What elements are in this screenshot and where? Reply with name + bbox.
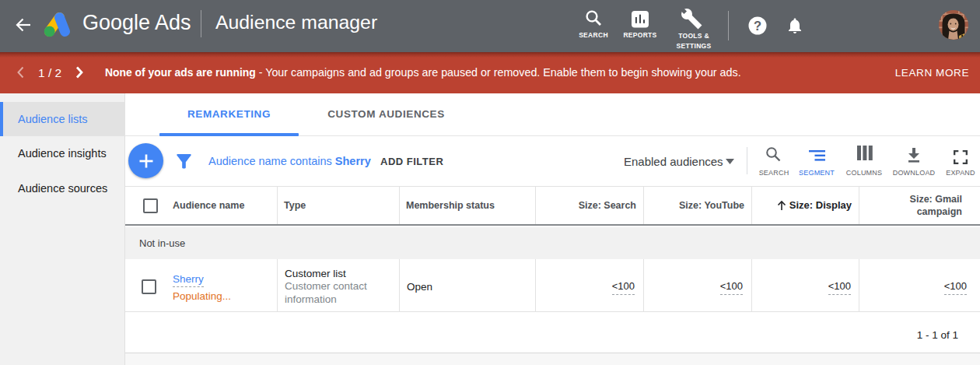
svg-text:?: ?	[754, 19, 761, 33]
